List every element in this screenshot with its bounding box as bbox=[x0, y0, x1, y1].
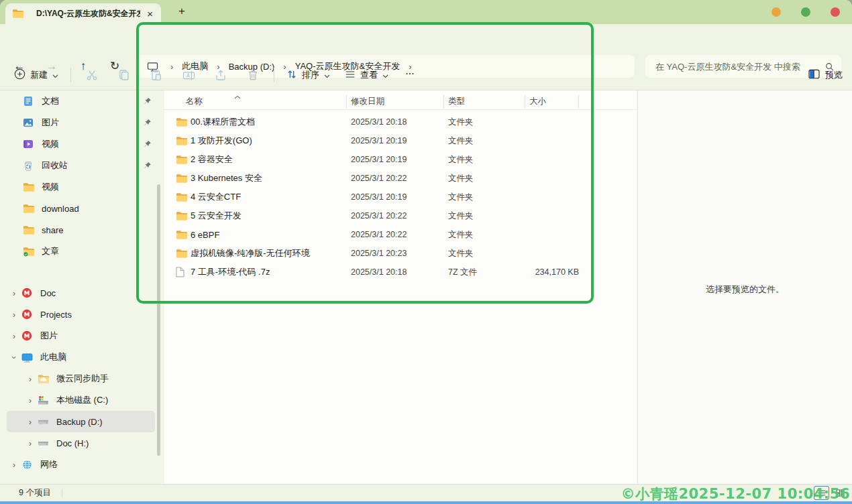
status-divider bbox=[62, 489, 62, 498]
column-header-row: 名称修改日期类型大小 bbox=[164, 94, 637, 110]
sidebar-item-视频[interactable]: 视频 bbox=[7, 133, 155, 155]
chevron-right-icon[interactable]: › bbox=[23, 438, 38, 448]
chevron-right-icon[interactable]: › bbox=[23, 395, 38, 405]
sidebar-item-label: 文档 bbox=[42, 95, 59, 107]
view-button[interactable]: 查看 bbox=[337, 64, 396, 86]
sidebar-item-图片[interactable]: 图片 bbox=[7, 112, 155, 133]
pin-icon bbox=[144, 162, 155, 170]
file-row[interactable]: 00.课程所需文档2025/3/1 20:18文件夹 bbox=[164, 113, 637, 131]
sidebar-item-label: share bbox=[42, 225, 64, 235]
file-row[interactable]: 1 攻防开发(GO)2025/3/1 20:19文件夹 bbox=[164, 131, 637, 150]
sidebar-pinned-section: 文档图片视频回收站视频downloadshare文章 bbox=[0, 90, 164, 262]
file-name: 3 Kubernetes 安全 bbox=[191, 172, 347, 184]
column-header-size[interactable]: 大小 bbox=[525, 95, 579, 109]
paste-button[interactable] bbox=[140, 64, 172, 86]
sidebar-item-label: Doc bbox=[40, 288, 56, 298]
folder-icon bbox=[176, 192, 191, 202]
chevron-right-icon[interactable]: › bbox=[7, 288, 21, 298]
explorer-tab[interactable]: D:\YAQ-云原生攻防&安全开发 × bbox=[5, 3, 161, 24]
preview-toggle-button[interactable]: 预览 bbox=[808, 69, 843, 81]
chevron-right-icon[interactable]: › bbox=[7, 310, 21, 320]
tab-bar: D:\YAQ-云原生攻防&安全开发 × + bbox=[0, 0, 852, 24]
sidebar-scrollbar[interactable] bbox=[157, 184, 160, 456]
sidebar-item-回收站[interactable]: 回收站 bbox=[7, 155, 155, 176]
folder-icon bbox=[176, 174, 191, 184]
chevron-right-icon[interactable]: › bbox=[7, 460, 21, 470]
preview-button-label: 预览 bbox=[825, 69, 843, 81]
file-type: 文件夹 bbox=[444, 173, 525, 184]
sidebar-item-本地磁盘 (C:)[interactable]: ›本地磁盘 (C:) bbox=[7, 389, 155, 411]
sidebar-item-download[interactable]: download bbox=[7, 198, 155, 219]
file-size: 234,170 KB bbox=[525, 267, 584, 277]
minimize-button[interactable] bbox=[771, 7, 781, 17]
sort-ascending-caret-icon bbox=[234, 92, 241, 101]
sidebar-item-文章[interactable]: 文章 bbox=[7, 241, 155, 262]
m-badge-icon bbox=[21, 309, 34, 320]
sidebar-item-文档[interactable]: 文档 bbox=[7, 90, 155, 112]
file-row[interactable]: 4 云安全CTF2025/3/1 20:19文件夹 bbox=[164, 188, 637, 206]
file-name: 6 eBPF bbox=[191, 230, 347, 240]
folder-sync-icon bbox=[23, 247, 36, 257]
sort-button[interactable]: 排序 bbox=[279, 64, 337, 86]
file-row[interactable]: 3 Kubernetes 安全2025/3/1 20:22文件夹 bbox=[164, 169, 637, 188]
sidebar: 文档图片视频回收站视频downloadshare文章 ›Doc›Projects… bbox=[0, 90, 164, 484]
tab-close-button[interactable]: × bbox=[146, 9, 154, 19]
copy-button[interactable] bbox=[108, 64, 140, 86]
file-type: 文件夹 bbox=[444, 117, 525, 128]
sidebar-tree-section: ›Doc›Projects›图片›此电脑›微云同步助手›本地磁盘 (C:)›Ba… bbox=[0, 282, 164, 475]
folder-icon bbox=[176, 249, 191, 259]
pin-icon bbox=[144, 119, 155, 127]
file-row[interactable]: 7 工具-环境-代码 .7z2025/3/1 20:187Z 文件234,170… bbox=[164, 263, 637, 281]
sidebar-item-label: Backup (D:) bbox=[56, 417, 103, 427]
file-date-modified: 2025/3/1 20:23 bbox=[347, 249, 444, 258]
file-type: 文件夹 bbox=[444, 248, 525, 259]
file-row[interactable]: 虚拟机镜像-纯净版-无任何环境2025/3/1 20:23文件夹 bbox=[164, 244, 637, 263]
sidebar-item-label: 网络 bbox=[40, 458, 58, 470]
folder-icon bbox=[23, 225, 36, 235]
file-list-area: 名称修改日期类型大小 00.课程所需文档2025/3/1 20:18文件夹1 攻… bbox=[164, 90, 637, 484]
cut-button[interactable] bbox=[76, 64, 108, 86]
chevron-right-icon[interactable]: › bbox=[23, 374, 38, 384]
file-row[interactable]: 6 eBPF2025/3/1 20:22文件夹 bbox=[164, 225, 637, 244]
column-header-name[interactable]: 名称 bbox=[176, 95, 347, 109]
sidebar-item-Projects[interactable]: ›Projects bbox=[7, 304, 155, 325]
toolbar-divider bbox=[70, 68, 71, 82]
sidebar-item-label: 本地磁盘 (C:) bbox=[56, 394, 108, 406]
sidebar-item-label: Doc (H:) bbox=[56, 438, 89, 448]
sidebar-item-图片[interactable]: ›图片 bbox=[7, 325, 155, 346]
file-date-modified: 2025/3/1 20:22 bbox=[347, 211, 444, 220]
cloud-folder-icon bbox=[38, 374, 50, 384]
new-tab-button[interactable]: + bbox=[174, 5, 189, 18]
chevron-down-icon[interactable]: › bbox=[7, 353, 21, 363]
sidebar-item-网络[interactable]: ›网络 bbox=[7, 454, 155, 475]
file-date-modified: 2025/3/1 20:18 bbox=[347, 267, 444, 277]
folder-icon bbox=[176, 136, 191, 146]
drive-icon bbox=[38, 438, 50, 448]
share-button[interactable] bbox=[205, 64, 237, 86]
file-name: 1 攻防开发(GO) bbox=[191, 135, 347, 147]
sidebar-item-此电脑[interactable]: ›此电脑 bbox=[7, 346, 155, 368]
column-header-date[interactable]: 修改日期 bbox=[347, 95, 444, 109]
close-button[interactable] bbox=[831, 7, 840, 17]
delete-button[interactable] bbox=[237, 64, 269, 86]
sidebar-item-Backup (D:)[interactable]: ›Backup (D:) bbox=[7, 411, 155, 432]
chevron-right-icon[interactable]: › bbox=[23, 417, 38, 427]
chevron-right-icon[interactable]: › bbox=[7, 331, 21, 341]
more-options-button[interactable] bbox=[396, 68, 424, 82]
navigation-bar: ← → ↑ ↻ ›此电脑›Backup (D:)›YAQ-云原生攻防&安全开发› bbox=[0, 24, 852, 60]
sidebar-item-label: download bbox=[42, 204, 79, 214]
sidebar-item-视频[interactable]: 视频 bbox=[7, 176, 155, 198]
sidebar-item-Doc[interactable]: ›Doc bbox=[7, 282, 155, 304]
sidebar-item-微云同步助手[interactable]: ›微云同步助手 bbox=[7, 368, 155, 389]
sidebar-item-Doc (H:)[interactable]: ›Doc (H:) bbox=[7, 432, 155, 454]
new-button[interactable]: 新建 bbox=[7, 64, 66, 86]
videos-icon bbox=[23, 139, 36, 149]
file-type: 文件夹 bbox=[444, 154, 525, 166]
file-row[interactable]: 2 容器安全2025/3/1 20:19文件夹 bbox=[164, 150, 637, 169]
maximize-button[interactable] bbox=[801, 7, 810, 17]
rename-button[interactable] bbox=[172, 64, 205, 86]
column-header-type[interactable]: 类型 bbox=[444, 95, 525, 109]
file-row[interactable]: 5 云安全开发2025/3/1 20:22文件夹 bbox=[164, 206, 637, 225]
sidebar-item-share[interactable]: share bbox=[7, 219, 155, 241]
view-button-label: 查看 bbox=[360, 69, 378, 81]
